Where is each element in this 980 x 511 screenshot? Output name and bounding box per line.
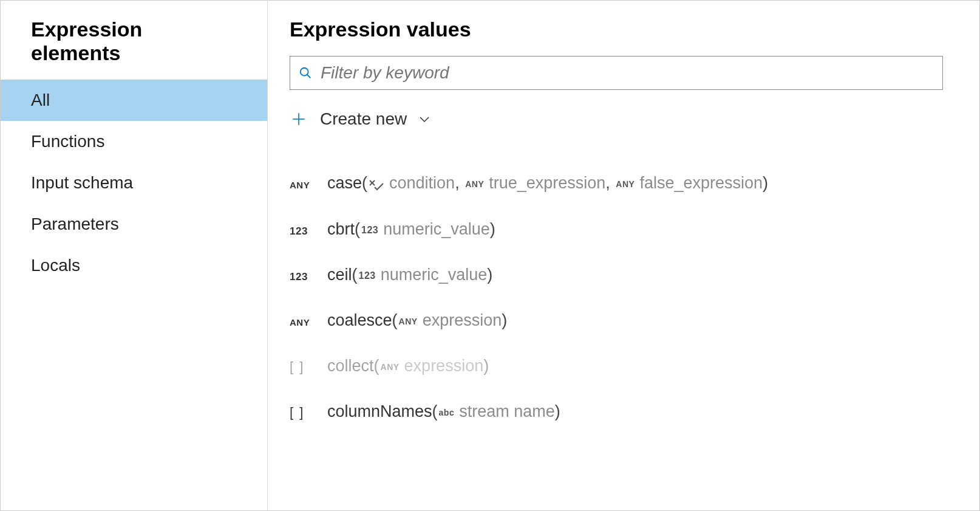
sidebar-item-locals[interactable]: Locals	[1, 245, 267, 286]
create-new-label: Create new	[320, 109, 407, 129]
sidebar-item-functions[interactable]: Functions	[1, 121, 267, 162]
function-item-cbrt[interactable]: 123cbrt(123numeric_value)	[290, 207, 943, 252]
search-icon	[299, 66, 312, 80]
plus-icon	[291, 111, 307, 127]
function-signature: collect(ANYexpression)	[327, 357, 489, 376]
return-type-badge: 123	[290, 271, 327, 283]
sidebar-item-input-schema[interactable]: Input schema	[1, 162, 267, 204]
function-item-collect[interactable]: [ ]collect(ANYexpression)	[290, 343, 943, 389]
function-item-case[interactable]: ANYcase(condition, ANYtrue_expression, A…	[290, 160, 943, 207]
main-content: Expression values Create new ANYcase(con…	[268, 1, 979, 510]
sidebar: Expression elements AllFunctionsInput sc…	[1, 1, 268, 510]
sidebar-title: Expression elements	[1, 12, 267, 80]
return-type-badge: ANY	[290, 180, 327, 190]
sidebar-item-parameters[interactable]: Parameters	[1, 204, 267, 245]
function-signature: cbrt(123numeric_value)	[327, 220, 495, 239]
return-type-badge: [ ]	[290, 405, 327, 420]
function-signature: ceil(123numeric_value)	[327, 266, 492, 284]
search-input[interactable]	[321, 63, 934, 83]
sidebar-item-all[interactable]: All	[1, 80, 267, 121]
function-signature: columnNames(abcstream name)	[327, 402, 560, 421]
function-signature: case(condition, ANYtrue_expression, ANYf…	[327, 174, 768, 193]
svg-point-0	[301, 68, 308, 76]
return-type-badge: 123	[290, 225, 327, 238]
svg-line-1	[307, 75, 311, 78]
expression-builder-panel: Expression elements AllFunctionsInput sc…	[0, 0, 980, 511]
chevron-down-icon	[419, 115, 430, 123]
function-signature: coalesce(ANYexpression)	[327, 311, 507, 330]
create-new-button[interactable]: Create new	[290, 102, 943, 149]
function-item-coalesce[interactable]: ANYcoalesce(ANYexpression)	[290, 298, 943, 343]
search-box[interactable]	[290, 56, 943, 90]
function-item-ceil[interactable]: 123ceil(123numeric_value)	[290, 252, 943, 298]
return-type-badge: [ ]	[290, 359, 327, 375]
return-type-badge: ANY	[290, 317, 327, 328]
function-item-columnNames[interactable]: [ ]columnNames(abcstream name)	[290, 389, 943, 434]
main-title: Expression values	[290, 12, 943, 56]
function-list: ANYcase(condition, ANYtrue_expression, A…	[290, 149, 943, 434]
